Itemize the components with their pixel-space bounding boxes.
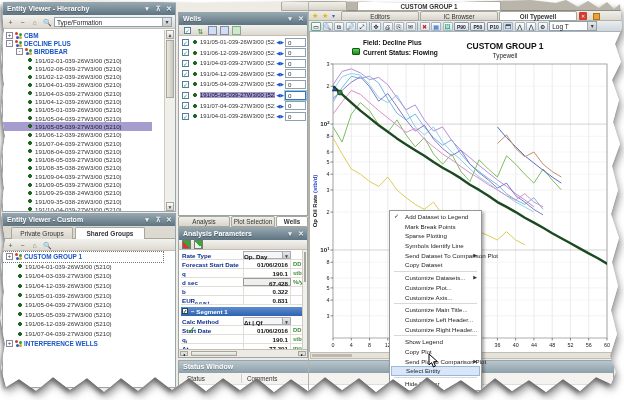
tree-item-well[interactable]: 191/04-12-039-26W3/00 (5210) [3,281,163,291]
wells-list-row[interactable]: ✓191/07-04-039-27W3/00 (5210)◀▶0 [180,101,306,111]
tab-wells[interactable]: Wells [276,216,308,227]
filter-icon[interactable]: ⌂ [30,240,39,249]
wells-list-row[interactable]: ✓191/04-01-039-26W3/00 (5210)◀▶0 [180,111,306,121]
tab-plot-selection[interactable]: Plot Selection [231,216,275,227]
tree-item-well[interactable]: 191/05-01-039-26W3/00 (5210) [3,290,163,300]
tree-item-group[interactable]: -BIRDBEAR [3,48,152,56]
tab-oil-typewell[interactable]: Oil Typewell [499,11,577,21]
worksheet-tab-stub[interactable] [281,1,347,11]
tree-item-well[interactable]: 191/04-03-039-27W3/00 (5210) [3,89,152,97]
zoom-fit-icon[interactable]: ⤢ [357,22,367,31]
context-menu-item[interactable]: Customize Axis... [391,293,480,303]
p10-button[interactable]: P10 [487,22,502,31]
tree-item-well[interactable]: 191/05-01-039-26W3/00 (5210) [3,106,152,114]
segment-grid-icon[interactable] [194,240,203,249]
scroll-up-arrow[interactable]: ▲ [166,30,174,39]
gear-icon[interactable]: ⚙ [538,22,548,31]
scroll-thumb[interactable] [191,351,237,356]
dataset-blue-icon[interactable] [208,26,217,35]
tree-expander-icon[interactable]: - [6,40,13,47]
tree-item-well[interactable]: 191/08-05-039-27W3/00 (5210) [3,156,152,164]
chevron-down-icon[interactable]: ▾ [332,12,335,19]
close-icon[interactable]: ✕ [165,215,173,225]
wells-list-row[interactable]: ✓191/06-12-039-26W3/00 (5210)◀▶0 [180,48,306,58]
tree-item-well[interactable]: 191/07-04-039-27W3/00 (5210) [3,329,163,339]
search-icon[interactable]: 🔍 [42,17,51,26]
tree-item-well[interactable]: 191/04-01-039-26W3/00 (5210) [3,262,163,272]
tab-editors[interactable]: Editors [341,11,419,21]
slope-a-tool-icon[interactable]: ⋀ [515,22,525,31]
spinner-arrows-icon[interactable]: ◀▶ [276,103,284,109]
favorite-star2-icon[interactable]: ★ [322,12,328,20]
add-icon[interactable]: + [6,240,15,249]
parameter-value[interactable]: 0.322 [243,287,291,295]
chevron-down-icon[interactable]: ▾ [282,318,290,324]
tree-item-group[interactable]: -DECLINE PLUS [3,39,152,47]
zoom-out-icon[interactable]: 🔎 [346,22,356,31]
context-menu-item[interactable]: Customize Plot... [391,283,480,293]
well-value-input[interactable]: 0 [285,59,306,68]
tree-item-well[interactable]: 191/09-35-038-26W3/00 (5210) [3,197,152,205]
context-menu-item[interactable]: Sparse Plotting [391,231,480,241]
tree-item-well[interactable]: 191/07-04-039-27W3/00 (5210) [3,139,152,147]
close-icon[interactable]: ✕ [165,4,173,14]
sort-icon[interactable]: ⇅ [196,26,205,35]
p50-button[interactable]: P50 [470,22,485,31]
print-icon[interactable]: 🖨 [383,22,393,31]
worksheet-tab-custom-group-1[interactable]: CUSTOM GROUP 1 [357,1,501,11]
chart-tool-icon[interactable]: ▦ [431,22,441,31]
well-checkbox[interactable]: ✓ [182,49,189,56]
chevron-down-icon[interactable]: ▾ [286,14,294,24]
comments-column-header[interactable]: Comments [247,375,277,382]
context-menu-item[interactable]: Customize Datasets...▶ [391,273,480,283]
chevron-down-icon[interactable]: ▾ [143,4,151,14]
parameter-value[interactable]: 01/06/2016 [243,260,291,268]
chevron-down-icon[interactable]: ▾ [162,18,171,26]
spinner-arrows-icon[interactable]: ◀▶ [276,113,284,119]
tab-ic-browser[interactable]: IC Browser [420,11,498,21]
close-icon[interactable]: ✕ [297,229,305,239]
tree-item-well[interactable]: 191/06-12-039-26W3/00 (5210) [3,319,163,329]
tree-item-well[interactable]: 191/10-04-039-27W3/00 (5210) [3,205,152,211]
spinner-arrows-icon[interactable]: ◀▶ [276,71,284,77]
parameter-value[interactable]: 190.1 [243,335,291,343]
scroll-thumb[interactable] [166,40,174,98]
analysis-vscrollbar[interactable] [302,250,307,349]
tree-expander-icon[interactable]: + [6,340,13,347]
copy-icon[interactable]: ⎘ [394,22,404,31]
tree-item-well[interactable]: 191/02-08-039-27W3/00 (5210) [3,64,152,72]
context-menu-item[interactable]: Send Dataset To Comparison Plot▶ [391,251,480,261]
zoom-window-icon[interactable]: ⧉ [334,22,344,31]
well-value-input[interactable]: 0 [285,112,306,121]
well-value-input[interactable]: 0 [285,91,306,100]
panel-splitter[interactable] [308,0,309,400]
close-icon[interactable]: ✕ [297,14,305,24]
scale-select[interactable]: Log T▾ [549,21,597,31]
close-tab-icon[interactable]: ✕ [579,12,587,20]
tree-item-well[interactable]: 191/05-04-039-27W3/00 (5210) [3,114,152,122]
window-tool-icon[interactable]: 🗔 [503,22,513,31]
dataset-blue2-icon[interactable] [220,26,229,35]
well-value-input[interactable]: 0 [285,69,306,78]
context-menu-item[interactable]: Customize Main Title... [391,305,480,315]
add-icon[interactable]: + [6,17,15,26]
context-menu-item[interactable]: Symbols Identify Line [391,241,480,251]
remove-icon[interactable]: − [18,17,27,26]
tree-item-well[interactable]: 191/05-05-039-27W3/00 (5210) [3,310,163,320]
tree-expander-icon[interactable]: - [16,48,23,55]
well-value-input[interactable]: 0 [285,80,306,89]
parameter-value[interactable]: 01/06/2016 [243,326,291,334]
wells-list-row[interactable]: ✓191/04-03-039-27W3/00 (5210)◀▶0 [180,58,306,68]
well-checkbox[interactable]: ✓ [182,39,189,46]
analysis-hscrollbar[interactable]: ◂ ▸ [179,349,307,357]
parameter-dropdown[interactable]: Op. Day▾ [243,251,291,259]
pin-icon[interactable]: ⊼ [154,4,162,14]
filter-icon[interactable]: ⌂ [30,17,39,26]
favorite-star-icon[interactable]: ★ [312,12,318,20]
p90-button[interactable]: P90 [454,22,469,31]
well-value-input[interactable]: 0 [285,48,306,57]
well-checkbox[interactable]: ✓ [182,113,189,120]
tree-item-well[interactable]: 191/05-04-039-27W3/00 (5210) [3,300,163,310]
type-formation-select[interactable]: Type/Formation▾ [54,17,172,27]
tree-item-well[interactable]: 191/04-03-039-27W3/00 (5210) [3,271,163,281]
